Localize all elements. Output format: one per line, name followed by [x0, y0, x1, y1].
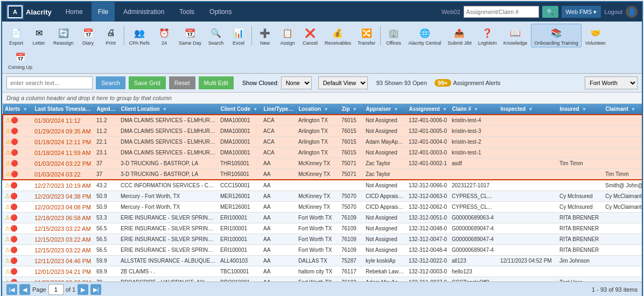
timestamp-link[interactable]: 12/18/2023 06:58 AM	[34, 215, 91, 221]
cell-timestamp[interactable]: 12/20/2023 04:38 PM	[32, 191, 94, 202]
cell-timestamp[interactable]: 12/11/2023 04:46 PM	[32, 256, 94, 266]
table-row[interactable]: ⚠🔴01/03/2024 03:22373-D TRUCKING - BASTR…	[3, 169, 642, 180]
show-closed-select[interactable]: None All	[281, 76, 312, 89]
toolbar-diary[interactable]: 📅 Diary	[78, 24, 99, 47]
col-header-timestamp[interactable]: Last Status Timestamp ▼	[32, 104, 94, 115]
table-row[interactable]: ⚠🔴12/11/2023 04:46 PM59.9ALLSTATE INSURA…	[3, 256, 642, 266]
toolbar-reassign[interactable]: 🔄 Reassign	[51, 24, 76, 47]
user-icon[interactable]: 👤	[626, 6, 638, 18]
toolbar-cpa-refs[interactable]: 👥 CPA Refs	[127, 24, 152, 47]
toolbar-assign[interactable]: 📋 Assign	[277, 24, 298, 47]
multi-edit-button[interactable]: Multi Edit	[199, 76, 234, 89]
cell-timestamp[interactable]: 01/18/2024 11:59 AM	[32, 147, 94, 158]
cell-timestamp[interactable]: 12/15/2023 03:22 AM	[32, 223, 94, 234]
toolbar-same-day[interactable]: 📆 Same Day	[176, 24, 204, 47]
timestamp-link[interactable]: 01/18/2024 11:59 AM	[34, 150, 91, 156]
last-page-button[interactable]: ▶|	[90, 284, 101, 295]
col-header-assignment[interactable]: Assignment ▼	[407, 104, 450, 115]
table-row[interactable]: ⚠🔴12/20/2023 04:38 PM50.9Mercury - Fort …	[3, 191, 642, 202]
table-row[interactable]: ⚠🔴12/15/2023 03:22 AM56.5ERIE INSURANCE …	[3, 245, 642, 256]
logout-link[interactable]: Logout	[604, 9, 622, 15]
table-row[interactable]: ⚠🔴12/20/2023 04:08 PM50.9Mercury - Fort …	[3, 202, 642, 213]
table-row[interactable]: ⚠🔴01/30/2024 11:1211.2DMA CLAIMS SERVICE…	[3, 115, 642, 126]
search-input[interactable]	[6, 76, 93, 89]
col-header-aged[interactable]: Aged ▼	[94, 104, 118, 115]
toolbar-transfer[interactable]: 🔀 Transfer	[355, 24, 378, 47]
timestamp-link[interactable]: 12/20/2023 04:38 PM	[34, 193, 91, 200]
toolbar-print[interactable]: 🖨 Print	[100, 24, 122, 47]
toolbar-cancel[interactable]: ❌ Cancel	[299, 24, 321, 47]
table-row[interactable]: ⚠🔴01/29/2024 09:35 AM11.2DMA CLAIMS SERV…	[3, 126, 642, 137]
first-page-button[interactable]: |◀	[6, 284, 17, 295]
table-row[interactable]: ⚠🔴11/22/2023 02:22 PM79BROADSPIRE - HAUP…	[3, 277, 642, 282]
nav-file[interactable]: File	[92, 2, 115, 22]
col-header-zip[interactable]: Zip ▼	[339, 104, 363, 115]
col-header-insured[interactable]: Insured ▼	[557, 104, 603, 115]
location-select[interactable]: Fort Worth	[585, 76, 638, 89]
nav-home[interactable]: Home	[59, 2, 89, 22]
cell-timestamp[interactable]: 01/29/2024 09:35 AM	[32, 126, 94, 137]
timestamp-link[interactable]: 12/15/2023 03:22 AM	[34, 247, 91, 253]
toolbar-24[interactable]: ⏰ 24	[153, 24, 175, 47]
toolbar-letter[interactable]: ✉ Letter	[28, 24, 50, 47]
col-header-client-code[interactable]: Client Code ▼	[218, 104, 261, 115]
save-grid-button[interactable]: Save Grid	[129, 76, 166, 89]
cell-timestamp[interactable]: 12/15/2023 03:22 AM	[32, 234, 94, 245]
toolbar-search[interactable]: 🔍 Search	[205, 24, 227, 47]
toolbar-knowledge[interactable]: 📖 Knowledge	[501, 24, 530, 47]
toolbar-excel[interactable]: 📊 Excel	[228, 24, 249, 47]
cell-timestamp[interactable]: 12/20/2023 04:08 PM	[32, 202, 94, 213]
timestamp-link[interactable]: 12/01/2023 04:21 PM	[34, 269, 91, 275]
col-header-line-type[interactable]: Line/Type ▼	[261, 104, 296, 115]
timestamp-link[interactable]: 01/30/2024 11:12	[34, 117, 81, 124]
cell-timestamp[interactable]: 01/30/2024 11:12	[32, 115, 94, 126]
timestamp-link[interactable]: 01/18/2024 12:11 PM	[34, 139, 91, 145]
timestamp-link[interactable]: 01/29/2024 09:35 AM	[34, 128, 91, 135]
timestamp-link[interactable]: 12/15/2023 03:22 AM	[34, 236, 91, 243]
toolbar-coming-up[interactable]: 📅 Coming Up	[5, 48, 35, 71]
col-header-inspected[interactable]: Inspected ▼	[498, 104, 557, 115]
table-row[interactable]: ⚠🔴01/18/2024 12:11 PM22.1DMA CLAIMS SERV…	[3, 137, 642, 147]
view-select[interactable]: Default View	[318, 76, 368, 89]
page-input[interactable]	[48, 284, 64, 295]
timestamp-link[interactable]: 12/11/2023 04:46 PM	[34, 258, 91, 264]
table-row[interactable]: ⚠🔴12/01/2023 04:21 PM69.92B CLAIMS - .TB…	[3, 266, 642, 277]
toolbar-onboarding[interactable]: 📚 Onboarding Training	[531, 24, 582, 47]
cell-timestamp[interactable]: 12/15/2023 03:22 AM	[32, 245, 94, 256]
prev-page-button[interactable]: ◀	[19, 284, 30, 295]
toolbar-logmein[interactable]: ❓ LogMeIn	[475, 24, 500, 47]
toolbar-receivables[interactable]: 💰 Receivables	[322, 24, 354, 47]
table-row[interactable]: ⚠🔴12/27/2023 10:19 AM43.2CCC INFORMATION…	[3, 180, 642, 191]
cell-timestamp[interactable]: 11/22/2023 02:22 PM	[32, 277, 94, 282]
toolbar-offices[interactable]: 🏢 Offices	[383, 24, 404, 47]
cell-timestamp[interactable]: 12/18/2023 06:58 AM	[32, 213, 94, 223]
col-header-claim[interactable]: Claim # ▼	[450, 104, 498, 115]
toolbar-export[interactable]: 📄 Export	[5, 24, 27, 47]
col-header-claimant[interactable]: Claimant ▼	[603, 104, 642, 115]
nav-options[interactable]: Options	[203, 2, 238, 22]
toolbar-alacrity-central[interactable]: 🌐 Alacrity Central	[405, 24, 444, 47]
search-button[interactable]: Search	[96, 76, 125, 89]
timestamp-link[interactable]: 11/22/2023 02:22 PM	[34, 279, 91, 282]
cell-timestamp[interactable]: 01/03/2024 03:22	[32, 169, 94, 180]
timestamp-link[interactable]: 12/15/2023 03:22 AM	[34, 225, 91, 232]
cell-timestamp[interactable]: 01/03/2024 03:22 PM	[32, 158, 94, 169]
timestamp-link[interactable]: 12/27/2023 10:19 AM	[34, 182, 91, 189]
toolbar-submit-jibt[interactable]: 📤 Submit Jibt	[445, 24, 474, 47]
col-header-location[interactable]: Location ▼	[296, 104, 339, 115]
web-fms-button[interactable]: Web FMS ▾	[562, 6, 601, 18]
table-row[interactable]: ⚠🔴12/18/2023 06:58 AM53.3ERIE INSURANCE …	[3, 213, 642, 223]
nav-search-input[interactable]	[464, 6, 539, 18]
col-header-client-location[interactable]: Client Location ▼	[118, 104, 218, 115]
reset-button[interactable]: Reset	[169, 76, 195, 89]
cell-timestamp[interactable]: 12/01/2023 04:21 PM	[32, 266, 94, 277]
timestamp-link[interactable]: 01/03/2024 03:22 PM	[34, 160, 91, 167]
cell-timestamp[interactable]: 01/18/2024 12:11 PM	[32, 137, 94, 147]
cell-timestamp[interactable]: 12/27/2023 10:19 AM	[32, 180, 94, 191]
table-row[interactable]: ⚠🔴12/15/2023 03:22 AM56.5ERIE INSURANCE …	[3, 223, 642, 234]
table-row[interactable]: ⚠🔴01/03/2024 03:22 PM373-D TRUCKING - BA…	[3, 158, 642, 169]
nav-search-button[interactable]: 🔍	[542, 6, 558, 18]
next-page-button[interactable]: ▶	[78, 284, 88, 295]
nav-tools[interactable]: Tools	[173, 2, 201, 22]
col-header-alerts[interactable]: Alerts ▼	[3, 104, 32, 115]
